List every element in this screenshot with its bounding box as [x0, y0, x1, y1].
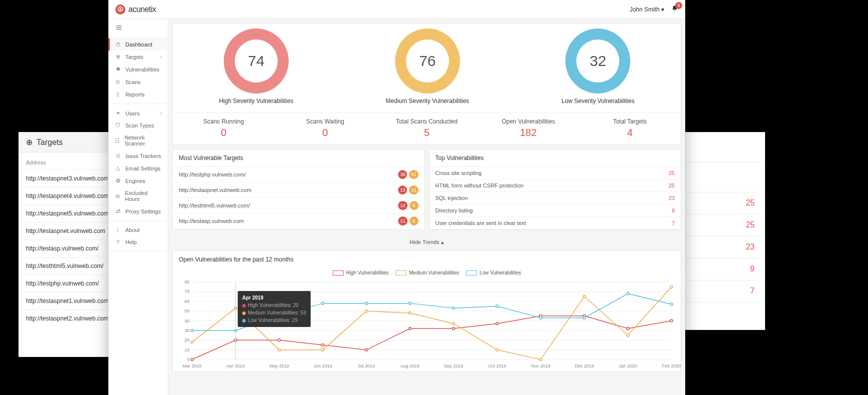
sidebar-item-scan-types[interactable]: ⛉Scan Types [108, 120, 168, 132]
legend-swatch [333, 270, 344, 276]
severity-donut[interactable]: 76Medium Severity Vulnerabilities [386, 28, 469, 104]
svg-point-47 [278, 348, 281, 351]
vulnerable-target-row[interactable]: http://testhtml5.vulnweb.com/125 [173, 198, 425, 214]
svg-point-49 [365, 310, 368, 312]
targets-icon: ⊕ [114, 54, 121, 60]
svg-point-35 [278, 339, 281, 342]
vulnerability-row[interactable]: SQL injection23 [430, 192, 681, 204]
target-address-row[interactable]: http://testaspnet1.vulnweb.com [19, 292, 108, 310]
caret-down-icon: ▾ [661, 6, 664, 13]
target-address-row[interactable]: http://testaspnet3.vulnweb.com [19, 170, 108, 187]
sidebar-item-excluded-hours[interactable]: ⊖Excluded Hours [108, 187, 168, 205]
svg-text:80: 80 [184, 280, 189, 284]
donut-label: High Severity Vulnerabilities [219, 98, 293, 104]
sidebar-item-reports[interactable]: ▯Reports [108, 88, 168, 100]
target-address-row[interactable]: http://testaspnet2.vulnweb.com [19, 310, 108, 327]
svg-text:Mar 2019: Mar 2019 [182, 364, 201, 368]
vulnerability-row[interactable]: Directory listing9 [430, 204, 681, 217]
svg-text:30: 30 [184, 328, 189, 333]
stat-open-vulnerabilities: Open Vulnerabilities182 [477, 113, 579, 144]
count-row: 25 [686, 192, 765, 214]
vulnerable-target-row[interactable]: http://testaspnet.vulnweb.com1311 [173, 182, 425, 198]
legend-label: Medium Vulnerabilities [409, 270, 459, 276]
targets-header: ⊕ Targets [19, 132, 108, 152]
brand-text: acunetix [128, 5, 156, 14]
svg-point-39 [452, 328, 455, 330]
sidebar-item-label: Targets [125, 54, 143, 60]
donut-value: 74 [248, 52, 264, 70]
vuln-count: 9 [672, 208, 675, 214]
vulnerable-target-row[interactable]: http://testasp.vulnweb.com119 [173, 214, 425, 229]
sidebar-item-engines[interactable]: ✿Engines [108, 174, 168, 187]
target-url: http://testhtml5.vulnweb.com/ [179, 202, 250, 208]
svg-point-55 [627, 334, 629, 336]
count-row: 23 [686, 236, 765, 258]
sidebar-item-about[interactable]: iAbout [108, 224, 168, 236]
topvuln-title: Top Vulnerabilities [430, 150, 681, 167]
sidebar-item-label: Users [125, 110, 140, 116]
sidebar-item-dashboard[interactable]: ⏱Dashboard [108, 38, 168, 50]
logo[interactable]: ⦿ acunetix [115, 4, 156, 14]
sidebar-item-help[interactable]: ?Help [108, 236, 168, 248]
sidebar-item-email-settings[interactable]: △Email Settings [108, 162, 168, 174]
legend-item[interactable]: Low Vulnerabilities [466, 270, 521, 276]
svg-point-60 [322, 302, 324, 304]
target-address-row[interactable]: http://testaspnet5.vulnweb.com [19, 204, 108, 222]
severity-donut[interactable]: 74High Severity Vulnerabilities [219, 28, 293, 104]
vulnerability-row[interactable]: HTML form without CSRF protection25 [430, 180, 681, 192]
sidebar-item-issue-trackers[interactable]: ⊙Issue Trackers [108, 150, 168, 162]
target-url: http://testphp.vulnweb.com/ [179, 172, 246, 178]
vuln-name: User credentials are sent in clear text [435, 220, 526, 226]
sidebar-item-users[interactable]: ⚭Users› [108, 107, 168, 120]
svg-text:60: 60 [184, 299, 189, 304]
stat-value: 182 [477, 127, 579, 138]
svg-point-36 [322, 344, 324, 346]
stat-value: 0 [173, 127, 274, 138]
stat-label: Scans Running [173, 118, 274, 125]
hide-trends-toggle[interactable]: Hide Trends ▴ [172, 234, 681, 250]
user-name: John Smith [630, 6, 660, 13]
sidebar-item-scans[interactable]: ◎Scans [108, 76, 168, 88]
target-address-row[interactable]: http://testaspnet4.vulnweb.com [19, 187, 108, 204]
sidebar-item-label: Proxy Settings [125, 208, 161, 214]
menu-toggle[interactable] [108, 19, 168, 38]
topbar: ⦿ acunetix John Smith ▾ 5 [108, 0, 685, 19]
count-row: 7 [686, 280, 765, 302]
vulnerability-row[interactable]: User credentials are sent in clear text7 [430, 217, 681, 230]
legend-item[interactable]: High Vulnerabilities [333, 270, 389, 276]
donut-label: Medium Severity Vulnerabilities [386, 98, 469, 104]
target-address-row[interactable]: http://testaspnet.vulnweb.com [19, 222, 108, 240]
email-settings-icon: △ [114, 165, 121, 172]
notifications-button[interactable]: 5 [671, 5, 678, 14]
vulnerability-row[interactable]: Cross site scripting25 [430, 167, 681, 180]
target-address-row[interactable]: http://testasp.vulnweb.com/ [19, 240, 108, 257]
svg-point-54 [583, 296, 585, 298]
svg-point-40 [496, 322, 498, 325]
vuln-name: SQL injection [435, 195, 468, 201]
target-url: http://testaspnet.vulnweb.com [179, 187, 252, 193]
severity-donut[interactable]: 32Low Severity Vulnerabilities [561, 28, 634, 104]
svg-point-37 [365, 348, 368, 351]
sidebar-item-targets[interactable]: ⊕Targets› [108, 50, 168, 63]
svg-point-50 [409, 312, 411, 314]
legend-item[interactable]: Medium Vulnerabilities [396, 270, 459, 276]
svg-text:20: 20 [184, 338, 189, 342]
svg-text:Sep 2019: Sep 2019 [444, 364, 463, 368]
scan-types-icon: ⛉ [114, 122, 121, 128]
svg-point-62 [409, 302, 411, 304]
count-row: 25 [686, 214, 765, 236]
svg-point-57 [191, 329, 193, 332]
sidebar-item-proxy-settings[interactable]: ⇄Proxy Settings [108, 205, 168, 218]
app-window: ⦿ acunetix John Smith ▾ 5 ⏱Dashboard⊕Tar… [108, 0, 685, 395]
sidebar-item-network-scanner[interactable]: ☷Network Scanner [108, 132, 168, 150]
target-address-row[interactable]: http://testhtml5.vulnweb.com/ [19, 257, 108, 274]
svg-point-52 [496, 348, 498, 351]
svg-text:Oct 2019: Oct 2019 [488, 364, 506, 368]
vuln-name: Cross site scripting [435, 170, 482, 176]
legend-swatch [466, 270, 477, 276]
vulnerable-target-row[interactable]: http://testphp.vulnweb.com/3851 [173, 167, 425, 182]
stat-scans-running: Scans Running0 [173, 113, 274, 144]
sidebar-item-vulnerabilities[interactable]: ✱Vulnerabilities [108, 63, 168, 76]
target-address-row[interactable]: http://testphp.vulnweb.com/ [19, 274, 108, 292]
user-menu[interactable]: John Smith ▾ [630, 6, 664, 13]
